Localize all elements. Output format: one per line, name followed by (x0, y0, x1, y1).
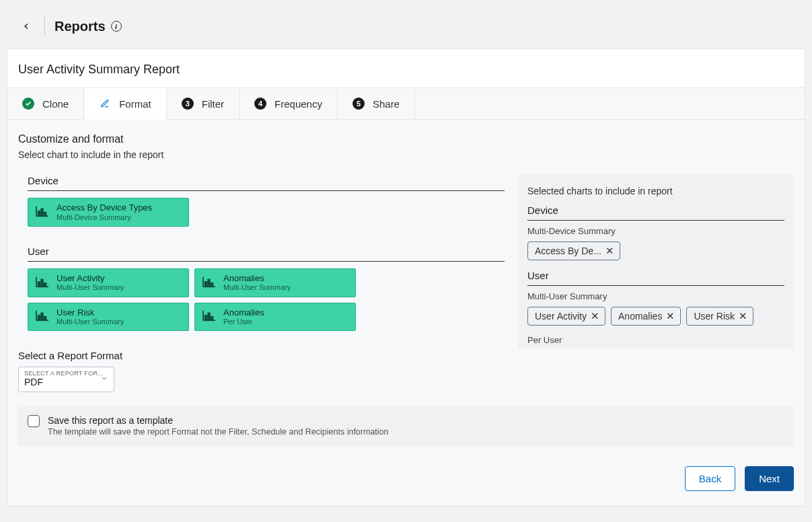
svg-rect-7 (38, 282, 40, 287)
tab-clone[interactable]: Clone (7, 88, 84, 119)
selected-subgroup: Per User (527, 335, 784, 345)
tab-frequency[interactable]: 4 Frequency (239, 88, 338, 119)
group-label-device: Device (28, 175, 505, 191)
tab-share[interactable]: 5 Share (338, 88, 415, 119)
close-icon[interactable]: ✕ (591, 310, 599, 322)
format-select[interactable]: SELECT A REPORT FOR... PDF (18, 367, 114, 392)
chart-tile[interactable]: User Risk Multi-User Summary (28, 303, 189, 332)
selected-subgroup: Multi-Device Summary (527, 226, 784, 236)
step-number: 4 (254, 98, 266, 110)
tile-sub: Per User (223, 318, 264, 326)
close-icon[interactable]: ✕ (605, 245, 614, 257)
select-value: PDF (24, 377, 108, 387)
selected-group-device: Device (527, 204, 784, 221)
svg-rect-14 (211, 283, 213, 286)
format-label: Select a Report Format (18, 350, 794, 361)
back-button[interactable]: Back (685, 466, 735, 491)
bar-chart-icon (35, 205, 50, 219)
tile-title: User Activity (57, 273, 124, 284)
chevron-down-icon (100, 375, 108, 385)
close-icon[interactable]: ✕ (666, 310, 675, 322)
select-placeholder: SELECT A REPORT FOR... (24, 370, 108, 377)
group-label-user: User (28, 246, 505, 262)
svg-rect-19 (44, 317, 46, 320)
chart-tile[interactable]: Access By Device Types Multi-Device Summ… (28, 198, 189, 227)
selected-heading: Selected charts to include in report (527, 186, 784, 196)
chart-tile[interactable]: Anomalies Multi-User Summary (194, 268, 356, 297)
tile-title: User Risk (57, 307, 124, 318)
svg-rect-17 (38, 315, 40, 320)
svg-rect-12 (205, 282, 207, 287)
tile-sub: Multi-Device Summary (57, 213, 152, 222)
svg-rect-3 (41, 209, 43, 216)
svg-rect-4 (44, 213, 46, 216)
info-icon[interactable]: i (111, 21, 122, 32)
check-icon (22, 98, 34, 110)
chip: Anomalies ✕ (611, 307, 681, 326)
tab-filter[interactable]: 3 Filter (167, 88, 239, 119)
next-button[interactable]: Next (745, 466, 794, 491)
divider (44, 16, 45, 36)
bar-chart-icon (35, 309, 50, 324)
save-template-checkbox[interactable] (28, 415, 40, 427)
tile-sub: Multi-User Summary (57, 283, 124, 292)
report-title: User Activity Summary Report (7, 49, 805, 87)
chip: Access By De... ✕ (527, 241, 620, 260)
wizard-tabs: Clone Format 3 Filter 4 Frequency 5 Shar… (7, 87, 805, 120)
section-heading: Customize and format (18, 133, 794, 145)
bar-chart-icon (202, 276, 217, 290)
svg-rect-2 (38, 211, 40, 216)
tile-sub: Multi-User Summary (223, 283, 291, 292)
chip: User Risk ✕ (686, 307, 753, 326)
back-icon[interactable] (17, 17, 35, 35)
tab-format[interactable]: Format (84, 88, 167, 120)
selected-subgroup: Multi-User Summary (527, 291, 784, 301)
step-number: 3 (182, 98, 194, 110)
bar-chart-icon (202, 309, 217, 324)
svg-rect-13 (208, 279, 210, 287)
svg-rect-23 (208, 313, 210, 321)
chart-tile[interactable]: User Activity Multi-User Summary (28, 268, 189, 297)
selected-group-user: User (527, 270, 784, 286)
chart-tile[interactable]: Anomalies Per User (194, 303, 356, 332)
save-template-desc: The template will save the report Format… (48, 427, 389, 437)
page-title: Reports i (54, 19, 122, 34)
svg-rect-8 (41, 279, 43, 287)
chip: User Activity ✕ (527, 307, 605, 326)
tile-title: Anomalies (223, 307, 264, 318)
svg-rect-24 (211, 317, 213, 320)
svg-rect-9 (44, 283, 46, 286)
tile-sub: Multi-User Summary (57, 318, 124, 326)
save-template-title: Save this report as a template (48, 415, 389, 426)
section-subheading: Select chart to include in the report (18, 149, 794, 160)
bar-chart-icon (35, 276, 50, 290)
svg-rect-22 (205, 315, 207, 320)
pencil-icon (99, 98, 111, 110)
svg-rect-18 (41, 313, 43, 321)
close-icon[interactable]: ✕ (739, 310, 747, 322)
tile-title: Anomalies (223, 273, 291, 284)
step-number: 5 (353, 98, 365, 110)
tile-title: Access By Device Types (57, 202, 152, 213)
